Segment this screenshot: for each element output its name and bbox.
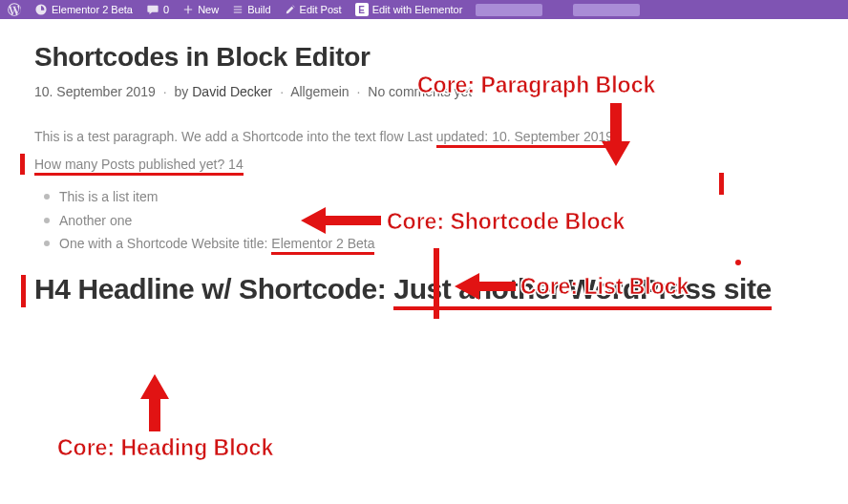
heading-h4: H4 Headline w/ Shortcode: Just another W… xyxy=(34,273,817,305)
list-icon xyxy=(232,4,244,15)
paragraph-text: This is a test paragraph. We add a Short… xyxy=(34,129,436,144)
annotation-arrow-up xyxy=(140,374,169,431)
meta-separator: · xyxy=(159,84,171,99)
comments-count: 0 xyxy=(163,4,169,15)
paragraph-block: This is a test paragraph. We add a Short… xyxy=(34,126,817,147)
post-title: Shortcodes in Block Editor xyxy=(34,42,817,73)
wp-admin-bar: Elementor 2 Beta 0 New Build Edit Post E… xyxy=(0,0,848,19)
annotation-marker xyxy=(21,275,26,307)
comments-link[interactable]: 0 xyxy=(146,3,169,16)
heading-text: H4 Headline w/ Shortcode: xyxy=(34,273,393,304)
masked-region xyxy=(573,4,640,16)
heading-block: H4 Headline w/ Shortcode: Just another W… xyxy=(34,273,817,305)
dashboard-icon xyxy=(34,3,48,16)
build-label: Build xyxy=(247,4,270,15)
list-item: This is a list item xyxy=(59,185,817,209)
new-label: New xyxy=(198,4,219,15)
paragraph-shortcode-output: updated: 10. September 2019 xyxy=(436,129,613,148)
new-content-link[interactable]: New xyxy=(182,4,219,15)
build-link[interactable]: Build xyxy=(232,4,270,15)
annotation-marker xyxy=(735,260,741,265)
edit-elementor-link[interactable]: E Edit with Elementor xyxy=(355,3,463,16)
pencil-icon xyxy=(285,4,296,15)
list-shortcode-output: Elementor 2 Beta xyxy=(271,236,374,255)
meta-separator: · xyxy=(353,84,365,99)
annotation-shortcode-label: Core: Shortcode Block xyxy=(387,209,625,235)
meta-separator: · xyxy=(276,84,287,99)
annotation-arrow-left xyxy=(301,207,381,234)
list-item-text: One with a Shortcode Website title: xyxy=(59,236,271,251)
annotation-arrow-down xyxy=(602,103,630,166)
annotation-marker xyxy=(719,173,724,195)
annotation-marker xyxy=(434,248,439,319)
wordpress-icon xyxy=(8,3,21,16)
edit-post-label: Edit Post xyxy=(300,4,342,15)
site-name: Elementor 2 Beta xyxy=(52,4,133,15)
annotation-arrow-left xyxy=(455,273,516,300)
post-date: 10. September 2019 xyxy=(34,84,156,99)
annotation-marker xyxy=(20,154,25,175)
annotation-paragraph-label: Core: Paragraph Block xyxy=(417,73,655,98)
wp-logo[interactable] xyxy=(8,3,21,16)
edit-post-link[interactable]: Edit Post xyxy=(285,4,342,15)
comment-icon xyxy=(146,3,159,16)
masked-region xyxy=(476,4,542,16)
post-content: Shortcodes in Block Editor 10. September… xyxy=(0,19,848,305)
post-author[interactable]: David Decker xyxy=(192,84,272,99)
plus-icon xyxy=(182,4,194,15)
elementor-icon: E xyxy=(355,3,369,16)
shortcode-output: How many Posts published yet? 14 xyxy=(34,157,244,176)
post-category[interactable]: Allgemein xyxy=(290,84,349,99)
shortcode-block: How many Posts published yet? 14 xyxy=(34,157,817,172)
by-label: by xyxy=(175,84,189,99)
edit-elementor-label: Edit with Elementor xyxy=(372,4,463,15)
annotation-heading-label: Core: Heading Block xyxy=(57,435,273,461)
site-name-link[interactable]: Elementor 2 Beta xyxy=(34,3,133,16)
annotation-list-label: Core: List Block xyxy=(520,274,689,300)
